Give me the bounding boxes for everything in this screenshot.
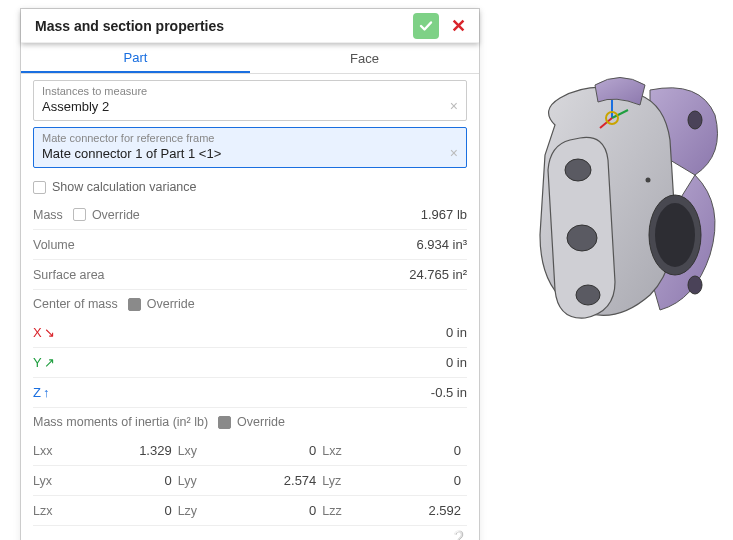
lxz-label: Lxz	[322, 444, 352, 458]
lzz-value: 2.592	[352, 503, 467, 518]
lxz-value: 0	[352, 443, 467, 458]
mass-override-checkbox[interactable]	[73, 208, 86, 221]
inertia-row-2: Lyx0 Lyy2.574 Lyz0	[33, 466, 467, 496]
tab-face[interactable]: Face	[250, 43, 479, 73]
arrow-down-right-icon: ↘	[44, 325, 55, 340]
mate-label: Mate connector for reference frame	[42, 132, 458, 144]
close-button[interactable]: ✕	[445, 13, 471, 39]
lzx-value: 0	[63, 503, 178, 518]
com-y-row: Y↗ 0 in	[33, 348, 467, 378]
arrow-up-right-icon: ↗	[44, 355, 55, 370]
svg-point-6	[688, 276, 702, 294]
lzy-value: 0	[208, 503, 323, 518]
com-override-label: Override	[147, 297, 195, 311]
mass-label: Mass	[33, 208, 63, 222]
inertia-row-3: Lzx0 Lzy0 Lzz2.592	[33, 496, 467, 526]
show-variance-row: Show calculation variance	[33, 174, 467, 200]
lzx-label: Lzx	[33, 504, 63, 518]
lyx-label: Lyx	[33, 474, 63, 488]
mass-properties-dialog: Mass and section properties ✕ Part Face …	[20, 8, 480, 540]
axis-z-label: Z↑	[33, 385, 49, 400]
inertia-override-label: Override	[237, 415, 285, 429]
lzy-label: Lzy	[178, 504, 208, 518]
svg-point-5	[688, 111, 702, 129]
lyz-value: 0	[352, 473, 467, 488]
svg-point-4	[576, 285, 600, 305]
lxx-value: 1.329	[63, 443, 178, 458]
tab-part[interactable]: Part	[21, 43, 250, 73]
surface-area-value: 24.765 in²	[105, 267, 467, 282]
inertia-header: Mass moments of inertia (in² lb) Overrid…	[33, 408, 467, 436]
dialog-header: Mass and section properties ✕	[21, 9, 479, 43]
lyz-label: Lyz	[322, 474, 352, 488]
center-of-mass-header: Center of mass Override	[33, 290, 467, 318]
help-icon: ❔	[450, 530, 467, 540]
dialog-title: Mass and section properties	[35, 18, 413, 34]
volume-label: Volume	[33, 238, 75, 252]
part-3d-model	[500, 60, 725, 390]
mass-override-label: Override	[92, 208, 140, 222]
lyx-value: 0	[63, 473, 178, 488]
svg-point-3	[567, 225, 597, 251]
confirm-button[interactable]	[413, 13, 439, 39]
help-button[interactable]: ❔	[33, 526, 467, 540]
mass-row: Mass Override 1.967 lb	[33, 200, 467, 230]
volume-row: Volume 6.934 in³	[33, 230, 467, 260]
show-variance-checkbox[interactable]	[33, 181, 46, 194]
show-variance-label: Show calculation variance	[52, 180, 197, 194]
instances-value: Assembly 2	[42, 97, 458, 114]
lxx-label: Lxx	[33, 444, 63, 458]
com-label: Center of mass	[33, 297, 118, 311]
com-z-row: Z↑ -0.5 in	[33, 378, 467, 408]
surface-area-row: Surface area 24.765 in²	[33, 260, 467, 290]
3d-viewport[interactable]	[500, 60, 725, 390]
svg-point-2	[565, 159, 591, 181]
close-icon: ✕	[451, 15, 466, 37]
instances-field[interactable]: Instances to measure Assembly 2 ×	[33, 80, 467, 121]
instances-label: Instances to measure	[42, 85, 458, 97]
tab-bar: Part Face	[21, 43, 479, 74]
svg-point-1	[655, 203, 695, 267]
axis-x-label: X↘	[33, 325, 55, 340]
surface-area-label: Surface area	[33, 268, 105, 282]
clear-instances-button[interactable]: ×	[450, 98, 458, 114]
com-override-checkbox[interactable]	[128, 298, 141, 311]
lzz-label: Lzz	[322, 504, 352, 518]
volume-value: 6.934 in³	[75, 237, 467, 252]
clear-mate-button[interactable]: ×	[450, 145, 458, 161]
mass-value: 1.967 lb	[140, 207, 467, 222]
lyy-label: Lyy	[178, 474, 208, 488]
point-marker-icon	[646, 178, 651, 183]
inertia-override-checkbox[interactable]	[218, 416, 231, 429]
inertia-label: Mass moments of inertia (in² lb)	[33, 415, 208, 429]
com-y-value: 0 in	[55, 355, 467, 370]
com-x-value: 0 in	[55, 325, 467, 340]
lxy-value: 0	[208, 443, 323, 458]
lxy-label: Lxy	[178, 444, 208, 458]
com-z-value: -0.5 in	[49, 385, 467, 400]
mate-connector-field[interactable]: Mate connector for reference frame Mate …	[33, 127, 467, 168]
lyy-value: 2.574	[208, 473, 323, 488]
axis-y-label: Y↗	[33, 355, 55, 370]
com-x-row: X↘ 0 in	[33, 318, 467, 348]
check-icon	[419, 19, 433, 33]
mate-value: Mate connector 1 of Part 1 <1>	[42, 144, 458, 161]
inertia-row-1: Lxx1.329 Lxy0 Lxz0	[33, 436, 467, 466]
